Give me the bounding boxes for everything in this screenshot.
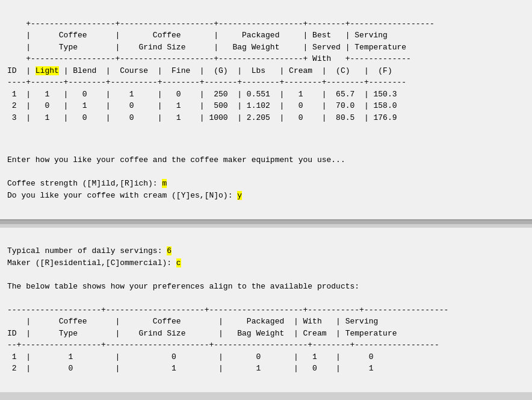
bottom-table-divider-top: --------------------+-------------------… — [7, 305, 448, 314]
panel-separator — [0, 220, 532, 224]
bottom-table-divider-mid: --+-----------------+-------------------… — [7, 340, 439, 349]
bottom-table-row-2: 2 | 0 | 1 | 1 | 0 | 1 — [7, 364, 374, 373]
col-light-label: Light — [36, 66, 59, 75]
top-panel: +------------------+--------------------… — [0, 0, 532, 220]
bottom-table-row-1: 1 | 1 | 0 | 0 | 1 | 0 — [7, 352, 374, 361]
table-divider: ----+-------+--------+----------+-------… — [7, 78, 406, 87]
prompt-intro: Enter how you like your coffee and the c… — [7, 155, 345, 164]
prompt-servings: Typical number of daily servings: 6 — [7, 246, 172, 255]
strength-value: m — [162, 179, 167, 188]
table-header-row1: | Coffee | Coffee | Packaged | Best | Se… — [7, 31, 388, 40]
table-border-top: +------------------+--------------------… — [7, 19, 435, 28]
top-table: +------------------+--------------------… — [7, 6, 525, 136]
result-intro: The below table shows how your preferenc… — [7, 282, 359, 291]
bottom-table-header1: | Coffee | Coffee | Packaged | With | Se… — [7, 317, 378, 326]
cream-value: y — [237, 191, 242, 200]
bottom-table-header2: ID | Type | Grind Size | Bag Weight | Cr… — [7, 329, 397, 338]
prompt-strength: Coffee strength ([M]ild,[R]ich): m — [7, 179, 167, 188]
prompt-section-top: Enter how you like your coffee and the c… — [7, 143, 525, 213]
table-col-labels: ID | Light | Blend | Course | Fine | (G)… — [7, 66, 392, 75]
servings-value: 6 — [167, 246, 172, 255]
bottom-panel: Typical number of daily servings: 6 Make… — [0, 228, 532, 393]
prompt-maker: Maker ([R]esidential,[C]ommercial): c — [7, 258, 181, 267]
table-header-row2: | Type | Grind Size | Bag Weight | Serve… — [7, 43, 406, 52]
prompt-cream: Do you like your coffee with cream ([Y]e… — [7, 191, 242, 200]
table-row-3: 3 | 1 | 0 | 0 | 1 | 1000 | 2.205 | 0 | 8… — [7, 113, 397, 122]
maker-value: c — [176, 258, 181, 267]
table-row-2: 2 | 0 | 1 | 0 | 1 | 500 | 1.102 | 0 | 70… — [7, 101, 397, 110]
prompt-section-bottom: Typical number of daily servings: 6 Make… — [7, 234, 525, 387]
table-row-1: 1 | 1 | 0 | 1 | 0 | 250 | 0.551 | 1 | 65… — [7, 90, 397, 99]
table-header-row3: +------------------+--------------------… — [7, 54, 411, 63]
